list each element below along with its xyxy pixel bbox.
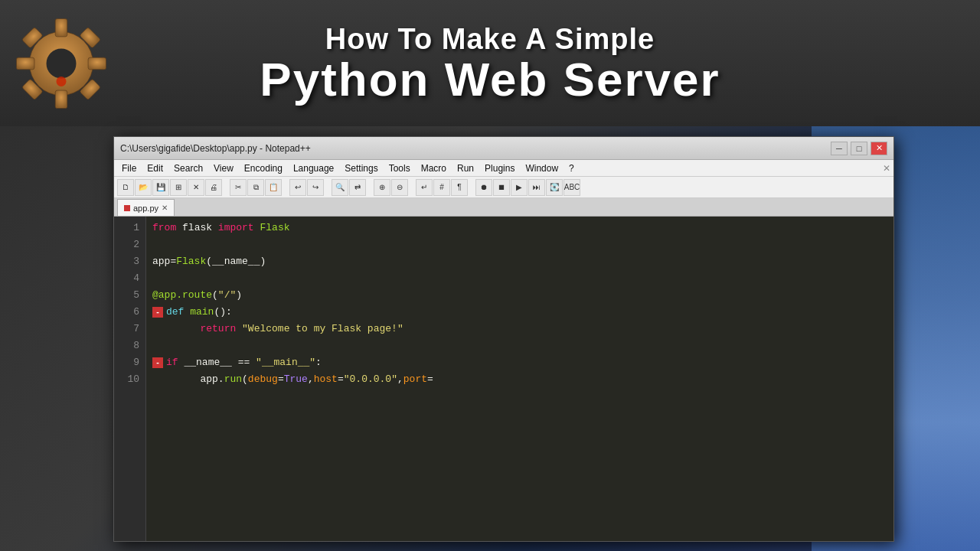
menu-plugins[interactable]: Plugins xyxy=(480,161,519,175)
code-line-8 xyxy=(152,337,887,354)
str-route-path: "/" xyxy=(218,287,236,304)
title-area: How To Make A Simple Python Web Server xyxy=(122,23,980,103)
sep-comma2: , xyxy=(397,371,403,388)
banner: How To Make A Simple Python Web Server xyxy=(0,0,980,126)
toolbar-close[interactable]: ✕ xyxy=(188,179,204,196)
toolbar-undo[interactable]: ↩ xyxy=(289,179,306,196)
menu-file[interactable]: File xyxy=(117,161,141,175)
param-host: host xyxy=(314,371,338,388)
svg-point-10 xyxy=(57,76,67,86)
svg-point-9 xyxy=(47,48,77,78)
punc-def-paren: () xyxy=(214,304,226,321)
code-line-3: app = Flask ( __name__ ) xyxy=(152,253,887,270)
toolbar-redo[interactable]: ↪ xyxy=(307,179,324,196)
toolbar-replace[interactable]: ⇄ xyxy=(349,179,366,196)
punc-paren2: ) xyxy=(260,253,266,270)
toolbar-save-all[interactable]: ⊞ xyxy=(170,179,187,196)
tab-modified-indicator xyxy=(124,205,130,211)
code-area[interactable]: from flask import Flask app = Flask ( __… xyxy=(146,217,893,541)
gear-icon xyxy=(11,14,111,113)
kw-if: if xyxy=(166,354,178,371)
punc-paren1: ( xyxy=(206,253,212,270)
indent-10 xyxy=(152,371,200,388)
close-button[interactable]: ✕ xyxy=(871,142,887,155)
title-line2: Python Web Server xyxy=(260,56,720,103)
toolbar-spell[interactable]: ABC xyxy=(564,179,580,196)
kw-from: from xyxy=(152,220,176,236)
menu-language[interactable]: Language xyxy=(289,161,338,175)
str-host: "0.0.0.0" xyxy=(344,371,397,388)
toolbar-zoom-out[interactable]: ⊖ xyxy=(391,179,408,196)
svg-rect-3 xyxy=(17,57,34,70)
maximize-button[interactable]: □ xyxy=(851,142,867,155)
menu-encoding[interactable]: Encoding xyxy=(240,161,287,175)
line-num-1: 1 xyxy=(114,220,145,236)
toolbar-whitespace[interactable]: ¶ xyxy=(451,179,468,196)
code-line-5: @app.route ( "/" ) xyxy=(152,287,887,304)
punc-assign: = xyxy=(170,253,176,270)
code-line-2 xyxy=(152,236,887,253)
toolbar-cut[interactable]: ✂ xyxy=(230,179,247,196)
line-num-6: 6 xyxy=(114,304,145,321)
editor[interactable]: 1 2 3 4 5 6 7 8 9 10 from flask import F… xyxy=(114,217,893,541)
module-name: flask xyxy=(182,220,212,236)
menu-tools[interactable]: Tools xyxy=(384,161,415,175)
toolbar-paste[interactable]: 📋 xyxy=(265,179,282,196)
toolbar-macro-next[interactable]: ⏭ xyxy=(528,179,545,196)
code-line-7: return "Welcome to my Flask page!" xyxy=(152,321,887,337)
fold-indicator-6: - xyxy=(152,307,163,318)
fn-main: main xyxy=(190,304,214,321)
svg-rect-1 xyxy=(55,18,67,36)
tab-close-button[interactable]: ✕ xyxy=(162,204,168,212)
decorator-route: @app.route xyxy=(152,287,212,304)
menu-help[interactable]: ? xyxy=(564,161,579,175)
op-debug-eq: = xyxy=(278,371,284,388)
line-num-2: 2 xyxy=(114,236,145,253)
toolbar-macro-play[interactable]: ▶ xyxy=(511,179,528,196)
var-app2: app xyxy=(200,371,217,388)
line-num-9: 9 xyxy=(114,354,145,371)
toolbar-linenum[interactable]: # xyxy=(433,179,450,196)
param-debug: debug xyxy=(248,371,278,388)
punc-run-paren: ( xyxy=(242,371,248,388)
toolbar-macro-save[interactable]: 💽 xyxy=(546,179,563,196)
toolbar: 🗋 📂 💾 ⊞ ✕ 🖨 ✂ ⧉ 📋 ↩ ↪ 🔍 ⇄ ⊕ ⊖ ↵ # ¶ ⏺ ⏹ … xyxy=(114,177,893,198)
window-title: C:\Users\gigafide\Desktop\app.py - Notep… xyxy=(120,143,311,154)
class-flask2: Flask xyxy=(176,253,206,270)
toolbar-find[interactable]: 🔍 xyxy=(332,179,348,196)
kw-def: def xyxy=(166,304,184,321)
menu-search[interactable]: Search xyxy=(169,161,207,175)
val-true: True xyxy=(284,371,308,388)
toolbar-zoom-in[interactable]: ⊕ xyxy=(374,179,390,196)
title-line1: How To Make A Simple xyxy=(325,23,655,56)
toolbar-wrap[interactable]: ↵ xyxy=(416,179,433,196)
punc-colon: : xyxy=(226,304,232,321)
menu-run[interactable]: Run xyxy=(452,161,479,175)
class-flask: Flask xyxy=(260,220,289,236)
minimize-button[interactable]: ─ xyxy=(831,142,848,155)
toolbar-save[interactable]: 💾 xyxy=(152,179,169,196)
menu-edit[interactable]: Edit xyxy=(142,161,168,175)
sep-comma1: , xyxy=(308,371,314,388)
menu-window[interactable]: Window xyxy=(521,161,563,175)
toolbar-open[interactable]: 📂 xyxy=(135,179,152,196)
kw-return: return xyxy=(200,321,236,337)
toolbar-print[interactable]: 🖨 xyxy=(205,179,222,196)
tab-bar: app.py ✕ xyxy=(114,198,893,217)
toolbar-macro-stop[interactable]: ⏹ xyxy=(493,179,510,196)
menu-macro[interactable]: Macro xyxy=(416,161,451,175)
var-app: app xyxy=(152,253,170,270)
fn-run: run xyxy=(224,371,242,388)
dunder-name2: __name__ xyxy=(184,354,231,371)
tab-app-py[interactable]: app.py ✕ xyxy=(117,199,175,216)
close-doc-button[interactable]: ✕ xyxy=(883,163,890,174)
toolbar-copy[interactable]: ⧉ xyxy=(247,179,264,196)
menu-view[interactable]: View xyxy=(209,161,238,175)
toolbar-new[interactable]: 🗋 xyxy=(117,179,134,196)
toolbar-macro-rec[interactable]: ⏺ xyxy=(475,179,492,196)
menu-bar: File Edit Search View Encoding Language … xyxy=(114,160,893,177)
dunder-name: __name__ xyxy=(212,253,260,270)
indent-7 xyxy=(152,321,200,337)
code-line-10: app . run ( debug = True , host = "0.0.0… xyxy=(152,371,887,388)
menu-settings[interactable]: Settings xyxy=(340,161,382,175)
